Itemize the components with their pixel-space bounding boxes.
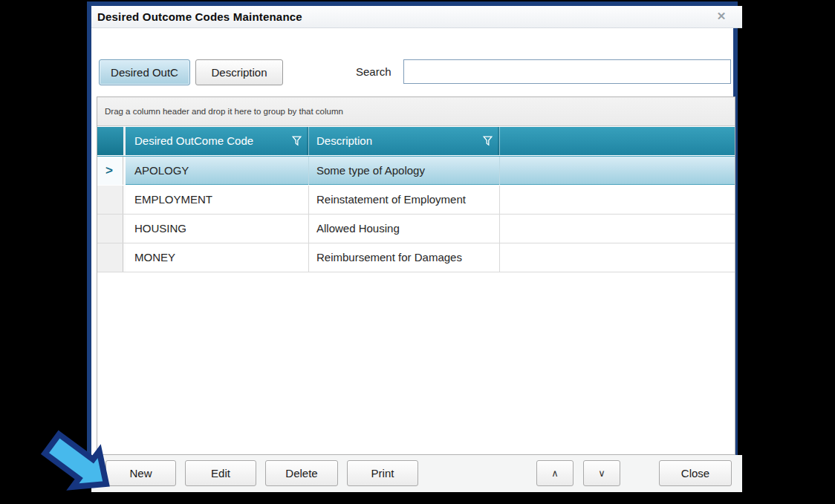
column-header-desired-outcome-code[interactable]: Desired OutCome Code (128, 127, 309, 155)
group-by-hint: Drag a column header and drop it here to… (105, 107, 343, 116)
print-button[interactable]: Print (347, 460, 418, 486)
edit-button[interactable]: Edit (185, 460, 256, 486)
table-row[interactable]: > APOLOGY Some type of Apology (97, 156, 735, 185)
new-button[interactable]: New (105, 460, 176, 486)
filter-button-desired-outcome-code[interactable]: Desired OutC (99, 59, 190, 85)
cell-description: Reimbursement for Damages (310, 243, 500, 272)
filter-funnel-icon[interactable] (292, 136, 302, 146)
title-bar: Desired Outcome Codes Maintenance ✕ (91, 6, 742, 28)
cell-description: Allowed Housing (310, 215, 500, 243)
search-input[interactable] (403, 59, 731, 84)
close-button[interactable]: Close (659, 460, 732, 486)
group-by-drop-zone[interactable]: Drag a column header and drop it here to… (97, 97, 735, 126)
selected-row-arrow-icon: > (105, 157, 113, 184)
row-indicator-cell (97, 186, 126, 214)
search-label: Search (356, 65, 391, 78)
row-indicator-cell (97, 215, 126, 243)
table-row[interactable]: EMPLOYMENT Reinstatement of Employment (97, 186, 735, 215)
column-header-label: Desired OutCome Code (134, 134, 253, 147)
move-up-button[interactable]: ∧ (536, 460, 574, 486)
column-header-description[interactable]: Description (310, 127, 500, 155)
row-indicator-cell: > (97, 157, 126, 185)
cell-code: HOUSING (128, 215, 309, 243)
cell-code: MONEY (128, 243, 309, 272)
data-grid: Drag a column header and drop it here to… (97, 96, 735, 455)
cell-code: EMPLOYMENT (128, 186, 309, 214)
delete-button[interactable]: Delete (265, 460, 338, 486)
window-title: Desired Outcome Codes Maintenance (97, 6, 302, 28)
row-indicator-cell (97, 243, 126, 272)
cell-code: APOLOGY (128, 157, 309, 185)
column-header-label: Description (316, 134, 372, 147)
desktop-background: Desired Outcome Codes Maintenance ✕ Desi… (0, 0, 835, 504)
row-indicator-header (97, 127, 126, 155)
grid-header-row: Desired OutCome Code Description (97, 127, 735, 155)
table-row[interactable]: MONEY Reimbursement for Damages (97, 243, 735, 272)
cell-description: Some type of Apology (310, 157, 500, 185)
move-down-button[interactable]: ∨ (583, 460, 620, 486)
table-row[interactable]: HOUSING Allowed Housing (97, 215, 735, 243)
close-icon[interactable]: ✕ (712, 7, 730, 25)
cell-description: Reinstatement of Employment (310, 186, 500, 214)
filter-button-description[interactable]: Description (195, 59, 283, 85)
dialog-desired-outcome-codes-maintenance: Desired Outcome Codes Maintenance ✕ Desi… (87, 1, 738, 488)
filter-funnel-icon[interactable] (483, 136, 493, 146)
